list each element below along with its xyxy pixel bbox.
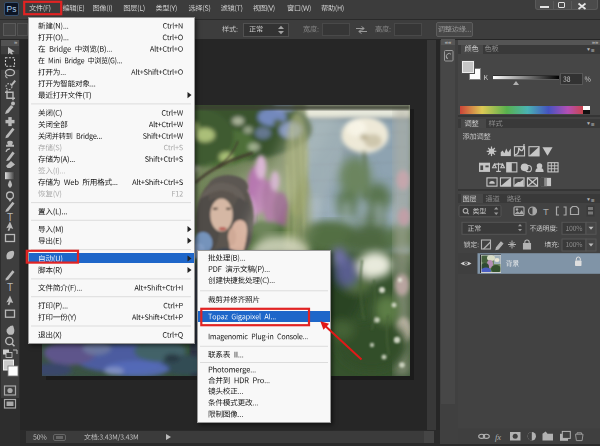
svg-text:T: T	[543, 206, 549, 217]
svg-text:T: T	[7, 282, 13, 293]
svg-text:fx: fx	[495, 432, 501, 442]
